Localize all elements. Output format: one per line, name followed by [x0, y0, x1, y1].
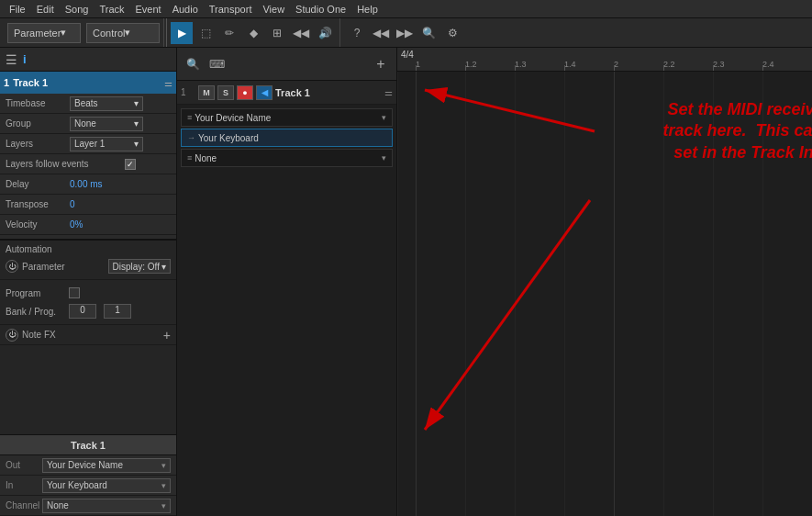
midi-device-arrow: ▾ [382, 113, 386, 122]
pencil-tool-button[interactable]: ✏ [218, 22, 240, 44]
midi-keyboard-icon: → [187, 133, 195, 142]
inspector-header: ☰ i [0, 48, 176, 72]
layers-dropdown[interactable]: Layer 1 ▾ [70, 137, 143, 151]
toolbar: Parameter ▾ Control ▾ ▶ ⬚ ✏ ◆ ⊞ ◀◀ 🔊 ? ◀… [0, 18, 812, 48]
program-checkbox[interactable] [69, 287, 80, 298]
menu-track[interactable]: Track [94, 0, 129, 18]
program-row: Program [6, 284, 171, 302]
ruler-line-3 [564, 65, 565, 71]
midi-input-keyboard[interactable]: → Your Keyboard [181, 129, 393, 147]
ruler-line-2 [515, 65, 516, 71]
group-value-container: None ▾ [70, 117, 171, 131]
help-button[interactable]: ? [346, 22, 368, 44]
track-lanes-icon: ⚌ [384, 87, 393, 97]
track-row-name: Track 1 [275, 87, 382, 98]
menu-view[interactable]: View [257, 0, 290, 18]
ruler-line-7 [762, 65, 763, 71]
layers-follow-checkbox[interactable] [125, 159, 136, 170]
ruler-line-6 [713, 65, 714, 71]
menu-studio-one[interactable]: Studio One [290, 0, 351, 18]
grid-v-line-7 [762, 72, 763, 516]
inspector-icon: i [23, 52, 27, 66]
split-tool-button[interactable]: ⊞ [266, 22, 288, 44]
bank-value[interactable]: 0 [69, 304, 96, 319]
select-range-button[interactable]: ⬚ [195, 22, 217, 44]
control-dropdown[interactable]: Control ▾ [86, 23, 160, 43]
svg-line-2 [425, 90, 595, 131]
note-fx-power-icon[interactable]: ⏻ [6, 329, 18, 342]
select-tool-button[interactable]: ▶ [171, 22, 193, 44]
rewind-button[interactable]: ◀◀ [370, 22, 392, 44]
search-tracks-button[interactable]: 🔍 [183, 54, 203, 74]
toolbar-parameter-section: Parameter ▾ Control ▾ [4, 18, 164, 47]
velocity-label: Velocity [6, 219, 70, 230]
bottom-track-label: Track 1 [0, 435, 176, 455]
grid-v-line-0 [416, 72, 417, 516]
timebase-dropdown[interactable]: Beats ▾ [70, 96, 143, 111]
track-options-button[interactable]: ⌨ [206, 54, 227, 74]
automation-title: Automation [6, 244, 171, 254]
menu-song[interactable]: Song [60, 0, 95, 18]
display-dropdown[interactable]: Display: Off ▾ [108, 259, 172, 274]
automation-power-icon[interactable]: ⏻ [6, 260, 18, 273]
menu-edit[interactable]: Edit [31, 0, 60, 18]
erase-tool-button[interactable]: ◆ [242, 22, 264, 44]
ruler-marker-5: 2.2 [663, 60, 675, 69]
mute-tool-button[interactable]: ◀◀ [290, 22, 312, 44]
midi-input-device[interactable]: ≡ Your Device Name ▾ [181, 108, 393, 127]
delay-row: Delay 0.00 ms [0, 174, 176, 195]
channel-value-dropdown[interactable]: None ▾ [42, 499, 171, 513]
automation-section: Automation ⏻ Parameter Display: Off ▾ [0, 241, 176, 280]
menu-file[interactable]: File [4, 0, 31, 18]
track-list-panel: 🔍 ⌨ + 1 M S ● ◀ Track 1 ⚌ ≡ Your Device … [177, 48, 397, 516]
add-track-button[interactable]: + [371, 54, 391, 74]
volume-tool-button[interactable]: 🔊 [314, 22, 336, 44]
menu-event[interactable]: Event [130, 0, 167, 18]
program-section: Program Bank / Prog. 0 1 [0, 280, 176, 325]
search-button[interactable]: 🔍 [417, 22, 439, 44]
grid-v-line-9 [397, 72, 398, 516]
note-fx-add-button[interactable]: + [163, 328, 171, 342]
midi-none-text: None [195, 153, 379, 163]
delay-label: Delay [6, 179, 70, 189]
velocity-value[interactable]: 0% [70, 219, 83, 230]
in-value-dropdown[interactable]: Your Keyboard ▾ [42, 478, 171, 493]
delay-value[interactable]: 0.00 ms [70, 179, 103, 189]
midi-input-none[interactable]: ≡ None ▾ [181, 149, 393, 167]
solo-button[interactable]: S [217, 85, 234, 100]
inspector-spacer [0, 345, 176, 434]
out-value-dropdown[interactable]: Your Device Name ▾ [42, 458, 171, 473]
ruler-marker-2: 1.3 [515, 60, 527, 69]
arrangement-content[interactable]: Set the MIDI receive for thetrack here. … [397, 72, 812, 516]
out-device-name: Your Device Name [47, 460, 160, 470]
prog-value[interactable]: 1 [104, 304, 131, 319]
timebase-row: Timebase Beats ▾ [0, 94, 176, 114]
forward-button[interactable]: ▶▶ [394, 22, 416, 44]
automation-row: ⏻ Parameter Display: Off ▾ [6, 257, 171, 275]
layers-follow-label: Layers follow events [6, 159, 125, 169]
note-fx-label: Note FX [22, 330, 163, 340]
track-row: 1 M S ● ◀ Track 1 ⚌ [177, 81, 396, 105]
mute-button[interactable]: M [198, 85, 215, 100]
layers-label: Layers [6, 139, 70, 149]
ruler-marker-3: 1.4 [564, 60, 576, 69]
record-button[interactable]: ● [237, 85, 253, 100]
midi-button[interactable]: ◀ [256, 85, 273, 100]
group-label: Group [6, 118, 70, 129]
transpose-value[interactable]: 0 [70, 199, 75, 209]
menu-audio[interactable]: Audio [167, 0, 204, 18]
grid-lines [397, 72, 812, 516]
layers-value-container: Layer 1 ▾ [70, 137, 171, 151]
bottom-track-section: Track 1 Out Your Device Name ▾ In Your K… [0, 434, 176, 516]
track-row-number: 1 [181, 87, 195, 97]
config-button[interactable]: ⚙ [441, 22, 463, 44]
midi-inputs-container: ≡ Your Device Name ▾ → Your Keyboard ≡ N… [177, 105, 396, 173]
menu-help[interactable]: Help [351, 0, 384, 18]
group-dropdown[interactable]: None ▾ [70, 117, 143, 131]
grid-v-line-3 [564, 72, 565, 516]
track-name-label: Track 1 [13, 77, 161, 88]
ruler-marker-7: 2.4 [762, 60, 774, 69]
parameter-dropdown[interactable]: Parameter ▾ [7, 23, 81, 43]
toolbar-tools-section: ▶ ⬚ ✏ ◆ ⊞ ◀◀ 🔊 [166, 18, 340, 47]
menu-transport[interactable]: Transport [204, 0, 258, 18]
